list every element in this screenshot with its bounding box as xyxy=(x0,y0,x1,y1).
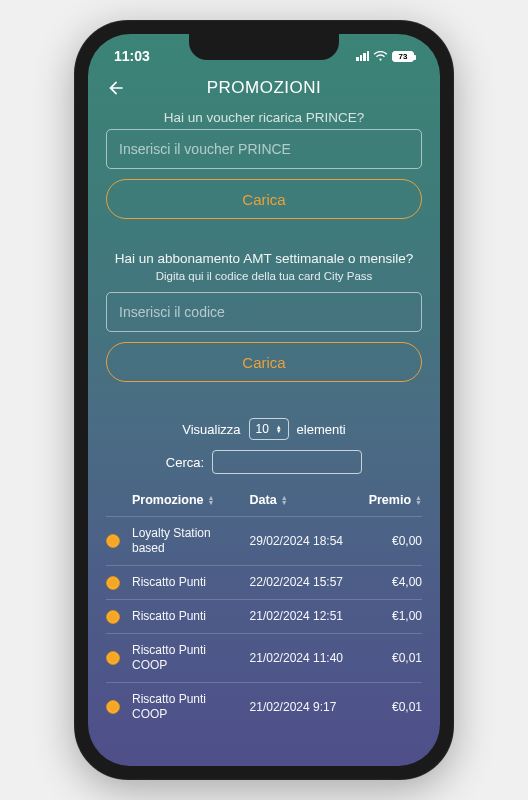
promotions-table: Promozione ▲▼ Data ▲▼ Premio ▲▼ Loyalty … xyxy=(106,484,422,731)
select-caret-icon: ▲▼ xyxy=(276,425,282,433)
table-row[interactable]: Riscatto Punti 22/02/2024 15:57 €4,00 xyxy=(106,565,422,599)
cell-date: 21/02/2024 12:51 xyxy=(250,609,352,624)
cell-promo: Riscatto Punti COOP xyxy=(132,692,242,722)
clock: 11:03 xyxy=(114,48,150,64)
cell-prize: €0,01 xyxy=(359,651,422,666)
table-row[interactable]: Riscatto Punti COOP 21/02/2024 11:40 €0,… xyxy=(106,633,422,682)
cell-date: 29/02/2024 18:54 xyxy=(250,534,352,549)
voucher-input[interactable] xyxy=(106,129,422,169)
cell-promo: Loyalty Station based xyxy=(132,526,242,556)
page-size-select[interactable]: 10 ▲▼ xyxy=(249,418,289,440)
col-data-label: Data xyxy=(250,493,277,507)
table-row[interactable]: Loyalty Station based 29/02/2024 18:54 €… xyxy=(106,516,422,565)
wifi-icon xyxy=(373,51,388,62)
content: Hai un voucher ricarica PRINCE? Carica H… xyxy=(88,110,440,731)
col-data[interactable]: Data ▲▼ xyxy=(250,493,352,507)
cell-promo: Riscatto Punti xyxy=(132,575,242,590)
table-row[interactable]: Riscatto Punti COOP 21/02/2024 9:17 €0,0… xyxy=(106,682,422,731)
show-label-post: elementi xyxy=(297,422,346,437)
status-dot-icon xyxy=(106,651,120,665)
col-premio-label: Premio xyxy=(369,493,411,507)
search-control: Cerca: xyxy=(106,450,422,474)
screen: 11:03 73 PROMOZIONI Hai un voucher ricar… xyxy=(88,34,440,766)
status-right: 73 xyxy=(356,51,414,62)
show-label-pre: Visualizza xyxy=(182,422,240,437)
sort-icon: ▲▼ xyxy=(281,495,288,505)
col-premio[interactable]: Premio ▲▼ xyxy=(359,493,422,507)
col-promozione[interactable]: Promozione ▲▼ xyxy=(132,493,242,507)
search-label: Cerca: xyxy=(166,455,204,470)
table-header: Promozione ▲▼ Data ▲▼ Premio ▲▼ xyxy=(106,484,422,516)
page-size-value: 10 xyxy=(256,422,269,436)
page-title: PROMOZIONI xyxy=(88,78,440,98)
search-input[interactable] xyxy=(212,450,362,474)
voucher-load-button[interactable]: Carica xyxy=(106,179,422,219)
sort-icon: ▲▼ xyxy=(415,495,422,505)
cell-promo: Riscatto Punti COOP xyxy=(132,643,242,673)
voucher-heading: Hai un voucher ricarica PRINCE? xyxy=(106,110,422,125)
page-size-control: Visualizza 10 ▲▼ elementi xyxy=(106,418,422,440)
cell-prize: €0,00 xyxy=(359,534,422,549)
table-controls: Visualizza 10 ▲▼ elementi Cerca: xyxy=(106,418,422,474)
sort-icon: ▲▼ xyxy=(208,495,215,505)
arrow-left-icon xyxy=(106,78,126,98)
cell-prize: €0,01 xyxy=(359,700,422,715)
cell-date: 21/02/2024 11:40 xyxy=(250,651,352,666)
battery-icon: 73 xyxy=(392,51,414,62)
cell-date: 21/02/2024 9:17 xyxy=(250,700,352,715)
notch xyxy=(189,34,339,60)
cell-prize: €1,00 xyxy=(359,609,422,624)
phone-frame: 11:03 73 PROMOZIONI Hai un voucher ricar… xyxy=(74,20,454,780)
col-promozione-label: Promozione xyxy=(132,493,204,507)
cell-date: 22/02/2024 15:57 xyxy=(250,575,352,590)
amt-heading: Hai un abbonamento AMT settimanale o men… xyxy=(106,251,422,266)
status-dot-icon xyxy=(106,576,120,590)
amt-load-button[interactable]: Carica xyxy=(106,342,422,382)
back-button[interactable] xyxy=(104,76,128,100)
cell-prize: €4,00 xyxy=(359,575,422,590)
status-dot-icon xyxy=(106,610,120,624)
app-header: PROMOZIONI xyxy=(88,70,440,110)
table-row[interactable]: Riscatto Punti 21/02/2024 12:51 €1,00 xyxy=(106,599,422,633)
status-dot-icon xyxy=(106,700,120,714)
cellular-icon xyxy=(356,51,369,61)
amt-subheading: Digita qui il codice della tua card City… xyxy=(106,270,422,282)
status-dot-icon xyxy=(106,534,120,548)
cell-promo: Riscatto Punti xyxy=(132,609,242,624)
amt-code-input[interactable] xyxy=(106,292,422,332)
